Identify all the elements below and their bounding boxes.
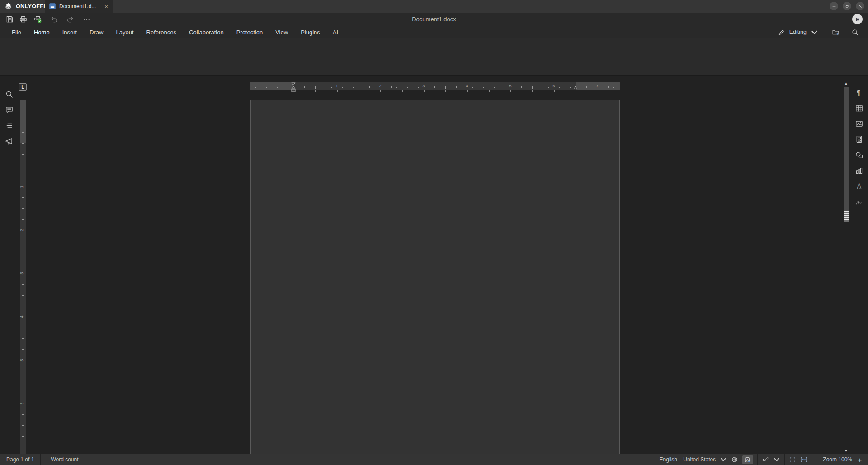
scrollbar-thumb[interactable]	[844, 87, 849, 211]
zoom-out-button[interactable]: −	[811, 456, 819, 464]
feedback-icon	[5, 137, 14, 146]
save-button[interactable]	[4, 14, 15, 25]
document-tab[interactable]: Document1.d... ×	[45, 0, 113, 13]
menu-tab-file[interactable]: File	[10, 26, 23, 38]
spell-check-button[interactable]: A	[742, 455, 753, 464]
navigation-panel-button[interactable]	[4, 120, 14, 131]
home-toolbar: Arial 11 A A Aa 12 1A ¶ B I U S A1 A1 A	[0, 38, 868, 76]
title-bar: ONLYOFFICE Document1.d... ×	[0, 0, 868, 13]
document-tab-label: Document1.d...	[59, 3, 100, 9]
editing-mode-chevron-icon[interactable]	[811, 28, 818, 36]
default-tab-stop	[380, 90, 381, 92]
quick-print-button[interactable]	[32, 14, 43, 25]
search-panel-button[interactable]	[4, 89, 14, 99]
table-settings-button[interactable]	[854, 103, 864, 113]
comments-panel-button[interactable]	[4, 104, 14, 115]
document-page[interactable]	[250, 100, 620, 454]
print-icon	[19, 15, 28, 23]
window-controls	[830, 2, 864, 10]
menu-tab-ai[interactable]: AI	[331, 26, 340, 38]
paragraph-settings-icon: ¶	[855, 88, 863, 97]
menu-tab-home[interactable]: Home	[32, 26, 52, 38]
scrollbar-grip[interactable]	[844, 211, 849, 222]
default-tab-stop	[510, 90, 511, 92]
menu-tab-view[interactable]: View	[274, 26, 290, 38]
text-art-settings-icon: A	[855, 182, 863, 190]
status-bar: Page 1 of 1 12 Word count English – Unit…	[0, 454, 868, 465]
more-icon	[82, 15, 91, 23]
scroll-up-arrow[interactable]: ▲	[843, 80, 849, 86]
menu-tab-protection[interactable]: Protection	[235, 26, 265, 38]
tab-stop-selector[interactable]: L	[19, 83, 27, 91]
menu-tabs: FileHomeInsertDrawLayoutReferencesCollab…	[0, 26, 868, 38]
menu-tab-collaboration[interactable]: Collaboration	[187, 26, 226, 38]
word-count-button[interactable]: 12 Word count	[41, 454, 85, 465]
track-changes-icon[interactable]	[762, 456, 769, 463]
image-settings-button[interactable]	[854, 118, 864, 129]
undo-icon	[50, 15, 58, 23]
scroll-down-arrow[interactable]: ▼	[843, 447, 849, 454]
default-tab-stop	[424, 90, 425, 92]
close-button[interactable]	[856, 2, 864, 10]
signature-settings-icon	[855, 197, 863, 206]
document-title: Document1.docx	[0, 13, 868, 26]
menu-tab-draw[interactable]: Draw	[88, 26, 105, 38]
search-icon	[5, 90, 14, 99]
minimize-button[interactable]	[830, 2, 838, 10]
menu-right-controls: Editing	[778, 26, 868, 38]
tab-close-icon[interactable]: ×	[103, 3, 109, 10]
onlyoffice-logo-icon	[4, 2, 13, 11]
shape-settings-icon	[855, 151, 863, 160]
vertical-ruler[interactable]: 123456	[20, 100, 26, 454]
signature-settings-button[interactable]	[854, 196, 864, 207]
quick-print-icon	[33, 15, 42, 23]
undo-button[interactable]	[48, 14, 60, 25]
comments-icon	[5, 105, 14, 114]
fit-page-icon[interactable]	[789, 456, 796, 463]
menu-tab-layout[interactable]: Layout	[114, 26, 136, 38]
zoom-level: Zoom 100%	[823, 456, 852, 463]
redo-icon	[66, 15, 75, 23]
close-icon	[858, 4, 863, 9]
spell-check-icon: A	[745, 456, 751, 463]
header-footer-settings-button[interactable]	[854, 134, 864, 145]
text-art-settings-button[interactable]: A	[854, 180, 864, 191]
horizontal-ruler[interactable]: 1234567	[250, 82, 620, 90]
open-file-location-icon[interactable]	[832, 28, 840, 36]
editing-mode-icon	[778, 28, 785, 36]
fit-width-icon[interactable]	[800, 456, 807, 463]
default-tab-stop	[359, 90, 359, 92]
default-tab-stop	[337, 90, 338, 92]
shape-settings-button[interactable]	[854, 150, 864, 160]
document-canvas[interactable]: L 1234567 123456 ▲ ▼ ¶A	[0, 76, 868, 454]
vertical-scrollbar[interactable]: ▲ ▼	[843, 80, 849, 454]
print-button[interactable]	[17, 14, 29, 25]
search-icon[interactable]	[851, 28, 859, 36]
page-number-indicator[interactable]: Page 1 of 1	[0, 454, 40, 465]
default-tab-stop	[554, 90, 555, 92]
word-count-label: Word count	[51, 456, 78, 463]
editing-mode-label[interactable]: Editing	[789, 29, 807, 35]
feedback-panel-button[interactable]	[4, 136, 14, 146]
menu-tab-plugins[interactable]: Plugins	[299, 26, 322, 38]
default-tab-stop	[315, 90, 316, 92]
customize-toolbar-button[interactable]	[80, 14, 92, 25]
menu-tab-references[interactable]: References	[145, 26, 178, 38]
chart-settings-button[interactable]	[854, 165, 864, 176]
zoom-in-button[interactable]: +	[856, 456, 863, 464]
language-selector[interactable]: English – United States	[660, 456, 716, 463]
redo-button[interactable]	[64, 14, 76, 25]
track-changes-chevron-icon[interactable]	[773, 456, 780, 463]
language-chevron-icon[interactable]	[720, 456, 727, 463]
default-tab-stop	[489, 90, 490, 92]
first-line-indent-marker[interactable]	[291, 82, 296, 85]
document-tab-icon	[49, 3, 56, 10]
maximize-button[interactable]	[843, 2, 851, 10]
menu-tab-insert[interactable]: Insert	[61, 26, 79, 38]
hanging-indent-marker[interactable]	[291, 86, 296, 92]
paragraph-settings-button[interactable]: ¶	[854, 87, 864, 98]
set-language-icon[interactable]	[731, 456, 738, 463]
right-indent-marker[interactable]	[573, 86, 578, 90]
user-avatar[interactable]: E	[852, 14, 863, 24]
default-tab-stop	[402, 90, 403, 92]
